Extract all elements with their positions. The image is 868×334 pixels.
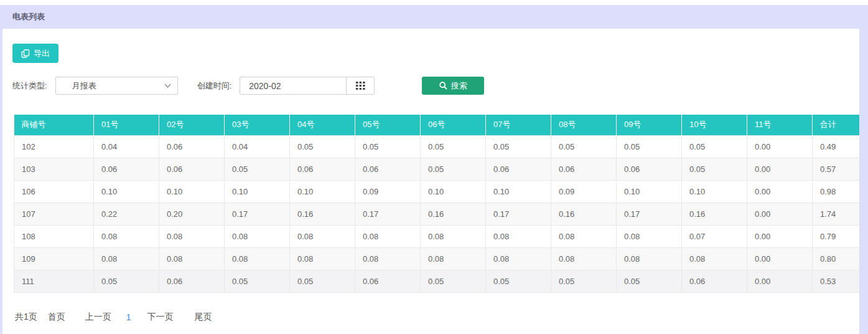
value-cell: 0.08	[682, 247, 747, 270]
table-row: 1080.080.080.080.080.080.080.080.080.080…	[14, 225, 860, 247]
value-cell: 0.05	[290, 270, 355, 292]
shop-number-cell: 106	[14, 180, 94, 203]
value-cell: 0.08	[94, 247, 159, 270]
value-cell: 0.00	[747, 270, 813, 292]
column-header: 07号	[486, 115, 551, 135]
value-cell: 0.05	[225, 270, 290, 292]
meter-table-body: 1020.040.060.040.050.050.050.050.050.050…	[14, 135, 860, 292]
value-cell: 0.80	[813, 247, 860, 270]
value-cell: 0.05	[486, 270, 551, 292]
value-cell: 0.07	[682, 225, 747, 247]
value-cell: 0.17	[355, 203, 421, 225]
panel-title-bar: 电表列表	[0, 5, 868, 29]
value-cell: 0.08	[617, 225, 682, 247]
value-cell: 0.08	[551, 225, 617, 247]
column-header: 11号	[747, 115, 813, 135]
value-cell: 0.05	[551, 270, 617, 292]
column-header: 02号	[159, 115, 225, 135]
create-time-input[interactable]	[240, 77, 346, 94]
search-button[interactable]: 搜索	[422, 77, 484, 95]
export-button[interactable]: 导出	[12, 44, 58, 63]
create-time-label: 创建时间:	[197, 80, 232, 92]
meter-table: 商铺号01号02号03号04号05号06号07号08号09号10号11号合计 1…	[14, 115, 859, 293]
value-cell: 0.10	[225, 180, 290, 203]
value-cell: 0.57	[813, 158, 860, 180]
value-cell: 0.05	[225, 158, 290, 180]
value-cell: 0.10	[682, 180, 747, 203]
value-cell: 0.16	[682, 203, 747, 225]
chevron-down-icon	[164, 83, 170, 88]
value-cell: 0.05	[617, 135, 682, 158]
export-button-label: 导出	[34, 48, 50, 59]
next-page-button[interactable]: 下一页	[147, 312, 174, 323]
value-cell: 0.06	[682, 270, 747, 292]
value-cell: 0.10	[421, 180, 486, 203]
prev-page-button[interactable]: 上一页	[85, 312, 111, 323]
shop-number-cell: 111	[14, 270, 94, 292]
table-row: 1060.100.100.100.100.090.100.100.090.100…	[14, 180, 860, 203]
value-cell: 0.08	[421, 225, 486, 247]
last-page-button[interactable]: 尾页	[195, 312, 212, 323]
value-cell: 0.06	[617, 158, 682, 180]
table-row: 1020.040.060.040.050.050.050.050.050.050…	[14, 135, 860, 158]
column-header: 商铺号	[14, 115, 94, 135]
value-cell: 0.00	[747, 225, 813, 247]
value-cell: 0.08	[617, 247, 682, 270]
shop-number-cell: 109	[14, 247, 94, 270]
value-cell: 0.00	[747, 180, 813, 203]
value-cell: 0.53	[813, 270, 860, 292]
value-cell: 0.08	[486, 225, 551, 247]
value-cell: 0.05	[421, 270, 486, 292]
first-page-button[interactable]: 首页	[48, 312, 65, 323]
value-cell: 0.08	[355, 225, 421, 247]
grid-calendar-icon[interactable]	[346, 77, 374, 94]
search-button-label: 搜索	[451, 80, 467, 92]
value-cell: 0.08	[551, 247, 617, 270]
value-cell: 0.05	[682, 158, 747, 180]
value-cell: 0.16	[551, 203, 617, 225]
value-cell: 0.22	[94, 203, 159, 225]
value-cell: 0.17	[486, 203, 551, 225]
column-header: 05号	[355, 115, 421, 135]
value-cell: 0.49	[813, 135, 860, 158]
stat-type-select[interactable]: 月报表	[55, 77, 178, 95]
value-cell: 0.20	[159, 203, 225, 225]
value-cell: 0.05	[421, 135, 486, 158]
value-cell: 0.06	[159, 270, 225, 292]
column-header: 04号	[290, 115, 355, 135]
value-cell: 0.10	[94, 180, 159, 203]
column-header: 03号	[225, 115, 290, 135]
value-cell: 0.09	[551, 180, 617, 203]
value-cell: 0.06	[159, 135, 225, 158]
value-cell: 0.08	[225, 225, 290, 247]
value-cell: 0.05	[355, 135, 421, 158]
content-panel: 导出 统计类型: 月报表 创建时间:	[2, 29, 859, 334]
value-cell: 0.05	[290, 135, 355, 158]
value-cell: 0.05	[682, 135, 747, 158]
value-cell: 0.08	[94, 225, 159, 247]
value-cell: 0.08	[159, 225, 225, 247]
value-cell: 0.05	[94, 270, 159, 292]
value-cell: 0.08	[159, 247, 225, 270]
value-cell: 0.08	[290, 225, 355, 247]
value-cell: 0.05	[421, 158, 486, 180]
top-strip	[0, 0, 868, 5]
column-header: 09号	[617, 115, 682, 135]
value-cell: 0.05	[551, 135, 617, 158]
column-header: 10号	[682, 115, 747, 135]
value-cell: 0.98	[813, 180, 860, 203]
value-cell: 0.16	[421, 203, 486, 225]
column-header: 06号	[421, 115, 486, 135]
value-cell: 0.00	[747, 203, 813, 225]
value-cell: 0.06	[551, 158, 617, 180]
value-cell: 0.06	[290, 158, 355, 180]
current-page-number[interactable]: 1	[126, 312, 131, 322]
value-cell: 0.06	[355, 158, 421, 180]
value-cell: 0.05	[486, 135, 551, 158]
table-row: 1030.060.060.050.060.060.050.060.060.060…	[14, 158, 860, 180]
table-row: 1070.220.200.170.160.170.160.170.160.170…	[14, 203, 860, 225]
header-row: 商铺号01号02号03号04号05号06号07号08号09号10号11号合计	[14, 115, 860, 135]
table-row: 1110.050.060.050.050.060.050.050.050.050…	[14, 270, 860, 292]
value-cell: 0.16	[290, 203, 355, 225]
shop-number-cell: 108	[14, 225, 94, 247]
